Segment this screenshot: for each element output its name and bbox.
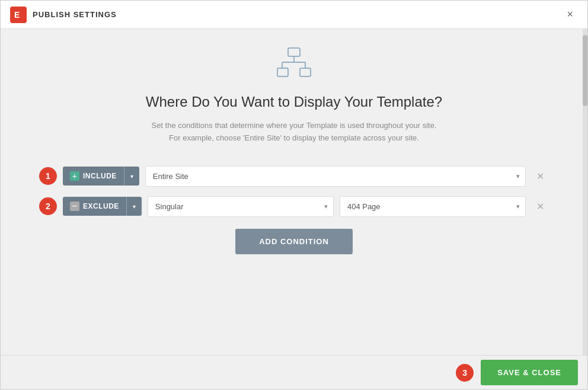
dialog-title: PUBLISH SETTINGS — [33, 10, 117, 19]
publish-settings-modal: E PUBLISH SETTINGS × — [0, 0, 588, 390]
include-exclude-button-1[interactable]: + INCLUDE ▾ — [63, 167, 139, 186]
svg-rect-2 — [277, 68, 288, 76]
page-subtext: Set the conditions that determine where … — [24, 120, 564, 145]
title-bar: E PUBLISH SETTINGS × — [1, 1, 587, 29]
condition-row-2: 2 − EXCLUDE ▾ Entire Site Front Page Pos… — [39, 196, 549, 217]
condition2-dropdown1[interactable]: Entire Site Front Page Posts Page Singul… — [148, 196, 334, 217]
network-diagram-icon — [276, 47, 312, 82]
include-label-1: INCLUDE — [83, 172, 117, 180]
add-condition-area: ADD CONDITION — [24, 229, 564, 254]
condition2-dropdown2[interactable]: 404 Page Home About Contact — [340, 196, 526, 217]
include-btn-main-1[interactable]: + INCLUDE — [63, 167, 124, 186]
include-exclude-button-2[interactable]: − EXCLUDE ▾ — [63, 197, 142, 216]
save-close-button[interactable]: SAVE & CLOSE — [481, 360, 578, 385]
footer: 3 SAVE & CLOSE — [1, 355, 587, 389]
condition1-dropdown1-wrapper: Entire Site Front Page Posts Page Single… — [145, 166, 526, 187]
include-icon-1: + — [70, 171, 79, 181]
condition-number-1: 1 — [39, 167, 57, 185]
scroll-thumb[interactable] — [583, 35, 587, 106]
icon-area — [24, 47, 564, 82]
add-condition-button[interactable]: ADD CONDITION — [235, 229, 353, 254]
main-content: Where Do You Want to Display Your Templa… — [1, 29, 587, 355]
condition2-dropdown2-wrapper: 404 Page Home About Contact ▾ — [340, 196, 526, 217]
include-arrow-1[interactable]: ▾ — [124, 168, 139, 184]
title-bar-left: E PUBLISH SETTINGS — [10, 7, 117, 23]
scroll-indicator[interactable] — [583, 29, 587, 355]
footer-step-number: 3 — [456, 364, 474, 382]
app-logo: E — [10, 7, 27, 23]
close-button[interactable]: × — [562, 6, 578, 23]
page-heading: Where Do You Want to Display Your Templa… — [24, 94, 564, 110]
exclude-arrow-2[interactable]: ▾ — [127, 199, 142, 215]
condition-close-2[interactable]: ✕ — [532, 199, 549, 215]
logo-icon: E — [13, 9, 24, 20]
subtext-line2: For example, choose 'Entire Site' to dis… — [169, 133, 419, 142]
svg-rect-3 — [300, 68, 311, 76]
condition1-dropdown1[interactable]: Entire Site Front Page Posts Page Single… — [145, 166, 526, 187]
condition2-dropdown1-wrapper: Entire Site Front Page Posts Page Singul… — [148, 196, 334, 217]
condition-number-2: 2 — [39, 197, 57, 215]
svg-rect-1 — [288, 48, 300, 56]
svg-text:E: E — [14, 10, 20, 20]
exclude-icon-2: − — [70, 202, 79, 211]
conditions-container: 1 + INCLUDE ▾ Entire Site Front Page Pos… — [39, 166, 549, 217]
subtext-line1: Set the conditions that determine where … — [151, 121, 436, 130]
condition-close-1[interactable]: ✕ — [532, 168, 549, 184]
exclude-label-2: EXCLUDE — [83, 202, 119, 210]
include-btn-main-2[interactable]: − EXCLUDE — [63, 197, 126, 216]
condition-row-1: 1 + INCLUDE ▾ Entire Site Front Page Pos… — [39, 166, 549, 187]
